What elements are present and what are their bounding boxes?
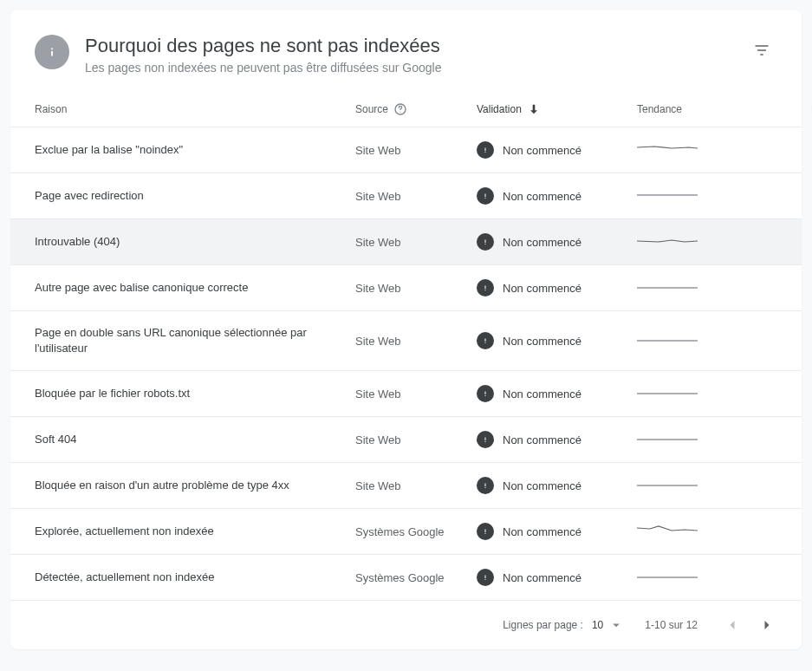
table-row[interactable]: Soft 404Site WebNon commencé4 [10,416,802,462]
indexing-reasons-card: Pourquoi des pages ne sont pas indexées … [10,10,802,649]
col-validation-label: Validation [477,103,522,115]
cell-reason: Soft 404 [35,432,355,447]
card-subtitle: Les pages non indexées ne peuvent pas êt… [85,61,746,75]
cell-pages: 1 [763,479,812,492]
cell-reason: Introuvable (404) [35,234,355,250]
sparkline [637,188,698,204]
warning-icon [477,187,494,205]
cell-trend [637,432,763,447]
cell-source: Systèmes Google [355,571,477,584]
cell-pages: 399 [763,190,812,203]
validation-text: Non commencé [503,571,581,584]
col-trend[interactable]: Tendance [637,103,763,115]
svg-point-1 [400,111,400,112]
cell-reason: Explorée, actuellement non indexée [35,524,355,539]
validation-text: Non commencé [503,525,581,538]
chevron-down-icon [608,617,624,633]
help-icon[interactable] [393,102,407,116]
next-page-button[interactable] [753,611,781,639]
warning-icon [477,569,494,586]
cell-source: Site Web [355,479,477,492]
warning-icon [477,233,494,251]
cell-trend [637,386,763,401]
chevron-right-icon [758,616,776,634]
cell-trend [637,142,763,158]
cell-validation: Non commencé [477,523,637,540]
sparkline [637,432,698,447]
sort-desc-icon [527,102,541,116]
col-reason[interactable]: Raison [35,103,355,115]
table-row[interactable]: Bloquée en raison d'un autre problème de… [10,462,802,508]
reasons-table: Raison Source Validation Tendance Pages … [10,92,802,600]
table-row[interactable]: Page avec redirectionSite WebNon commenc… [10,173,802,218]
cell-trend [637,280,763,296]
table-row[interactable]: Autre page avec balise canonique correct… [10,264,802,310]
cell-validation: Non commencé [477,385,637,402]
sparkline [637,280,698,296]
card-title: Pourquoi des pages ne sont pas indexées [85,35,746,57]
table-header: Raison Source Validation Tendance Pages [10,92,802,127]
pagination-range: 1-10 sur 12 [645,619,698,631]
warning-icon [477,141,494,159]
validation-text: Non commencé [503,433,581,446]
cell-pages: 1 069 [763,144,812,157]
validation-text: Non commencé [503,335,581,348]
table-row[interactable]: Page en double sans URL canonique sélect… [10,310,802,370]
table-row[interactable]: Exclue par la balise "noindex"Site WebNo… [10,127,802,173]
col-trend-label: Tendance [637,103,682,115]
table-row[interactable]: Explorée, actuellement non indexéeSystèm… [10,508,802,554]
validation-text: Non commencé [503,144,581,157]
cell-pages: 7 [763,335,812,348]
table-row[interactable]: Bloquée par le fichier robots.txtSite We… [10,370,802,416]
rows-per-page-select[interactable]: 10 [592,617,624,633]
cell-source: Site Web [355,335,477,348]
chevron-left-icon [724,616,741,634]
cell-validation: Non commencé [477,431,637,448]
cell-trend [637,524,763,539]
header-texts: Pourquoi des pages ne sont pas indexées … [85,35,746,75]
prev-page-button[interactable] [718,611,746,639]
col-pages[interactable]: Pages [763,103,812,115]
cell-trend [637,478,763,493]
warning-icon [477,431,494,448]
cell-pages: 112 [763,282,812,295]
cell-reason: Autre page avec balise canonique correct… [35,280,355,296]
cell-trend [637,333,763,349]
cell-pages: 591 [763,525,812,538]
cell-pages: 323 [763,236,812,249]
cell-validation: Non commencé [477,141,637,159]
filter-button[interactable] [746,35,777,66]
col-reason-label: Raison [35,103,67,115]
info-icon [35,35,69,69]
cell-reason: Exclue par la balise "noindex" [35,142,355,158]
validation-text: Non commencé [503,190,581,203]
cell-pages: 5 [763,388,812,401]
cell-source: Site Web [355,388,477,401]
validation-text: Non commencé [503,479,581,492]
col-source[interactable]: Source [355,102,477,116]
sparkline [637,386,698,401]
cell-validation: Non commencé [477,332,637,349]
validation-text: Non commencé [503,236,581,249]
cell-source: Site Web [355,282,477,295]
warning-icon [477,332,494,349]
cell-source: Site Web [355,144,477,157]
col-validation[interactable]: Validation [477,102,637,116]
table-row[interactable]: Détectée, actuellement non indexéeSystèm… [10,554,802,600]
rows-per-page-value: 10 [592,619,603,631]
table-row[interactable]: Introuvable (404)Site WebNon commencé323 [10,218,802,264]
sparkline [637,142,698,158]
sparkline [637,570,698,585]
cell-validation: Non commencé [477,477,637,494]
cell-reason: Page avec redirection [35,188,355,204]
cell-reason: Bloquée par le fichier robots.txt [35,386,355,401]
rows-per-page: Lignes par page : 10 [503,617,624,633]
sparkline [637,333,698,349]
cell-validation: Non commencé [477,279,637,296]
cell-validation: Non commencé [477,233,637,251]
table-footer: Lignes par page : 10 1-10 sur 12 [10,600,802,649]
sparkline [637,478,698,493]
cell-source: Site Web [355,190,477,203]
col-source-label: Source [355,103,388,115]
cell-validation: Non commencé [477,187,637,205]
